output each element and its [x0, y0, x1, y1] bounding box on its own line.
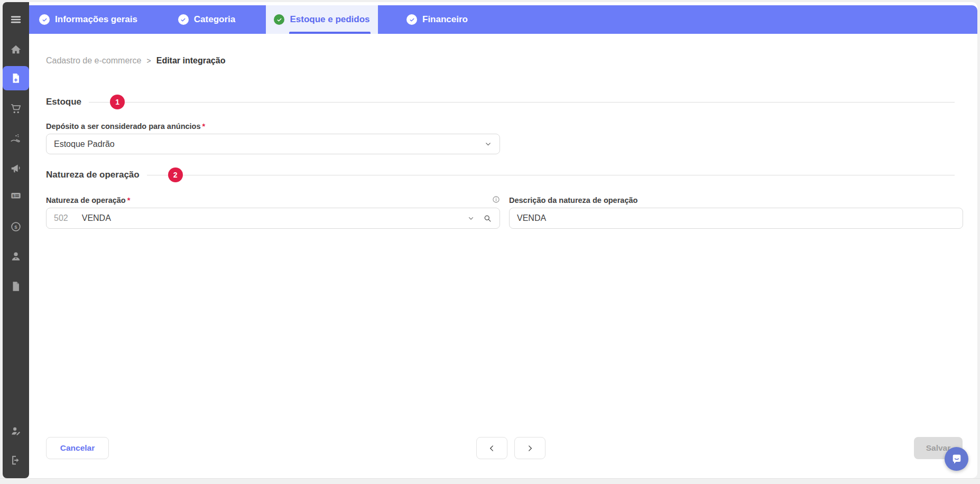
- search-icon[interactable]: [483, 214, 492, 223]
- sidebar-item-relatorios[interactable]: [3, 280, 29, 293]
- document-add-icon: [10, 72, 22, 84]
- logout-icon: [10, 454, 22, 466]
- menu-toggle-button[interactable]: [3, 13, 29, 26]
- chevron-right-icon: [525, 444, 534, 453]
- dollar-coin-icon: $: [10, 221, 22, 232]
- active-tab-underline: [289, 32, 371, 34]
- app-window: Informações gerais Categoria Estoque e p…: [0, 0, 980, 484]
- tab-label: Informações gerais: [55, 14, 137, 25]
- natureza-label: Natureza de operação*: [46, 196, 130, 204]
- tab-label: Financeiro: [422, 14, 468, 25]
- check-circle-green-icon: [274, 14, 284, 25]
- breadcrumb: Cadastro de e-commerce > Editar integraç…: [46, 56, 225, 66]
- section-title: Estoque: [46, 97, 81, 107]
- sidebar-item-cadastros-active[interactable]: [3, 66, 29, 90]
- tab-estoque-e-pedidos[interactable]: Estoque e pedidos: [266, 5, 378, 34]
- deposito-select-value: Estoque Padrão: [54, 139, 115, 149]
- natureza-value: VENDA: [82, 213, 111, 223]
- check-circle-icon: [406, 14, 417, 25]
- required-asterisk: *: [202, 122, 206, 131]
- section-header-natureza: Natureza de operação 2: [46, 167, 955, 183]
- section-divider: 2: [147, 175, 955, 175]
- person-icon: [10, 250, 22, 262]
- deposito-label: Depósito a ser considerado para anúncios…: [46, 122, 205, 131]
- sidebar-item-recebimentos[interactable]: [3, 132, 29, 145]
- descricao-label: Descrição da natureza de operação: [509, 196, 637, 204]
- chat-bubble-icon: [950, 453, 963, 466]
- section-divider: 1: [89, 102, 955, 103]
- deposito-select[interactable]: Estoque Padrão: [46, 134, 500, 154]
- hamburger-icon: [10, 14, 22, 25]
- sidebar-item-home[interactable]: [3, 43, 29, 56]
- sidebar-item-financeiro[interactable]: $: [3, 220, 29, 233]
- required-asterisk: *: [127, 196, 131, 204]
- step-badge-2: 2: [168, 167, 183, 182]
- wizard-tab-bar: Informações gerais Categoria Estoque e p…: [29, 5, 977, 34]
- bill-icon: $: [10, 190, 22, 201]
- chevron-left-icon: [487, 444, 496, 453]
- chevron-down-icon[interactable]: [484, 140, 492, 148]
- natureza-combobox[interactable]: 502 VENDA: [46, 208, 500, 229]
- document-icon: [10, 281, 22, 292]
- chevron-down-icon[interactable]: [467, 215, 475, 222]
- person-edit-icon: [10, 425, 22, 437]
- sidebar: $ $: [3, 2, 29, 478]
- bottom-edge-strip: [0, 478, 980, 484]
- tab-label: Estoque e pedidos: [290, 14, 369, 25]
- descricao-value: VENDA: [517, 213, 546, 223]
- breadcrumb-current: Editar integração: [156, 56, 226, 66]
- sidebar-item-notas[interactable]: $: [3, 189, 29, 202]
- descricao-input[interactable]: VENDA: [509, 208, 963, 229]
- cancel-button[interactable]: Cancelar: [46, 437, 109, 459]
- breadcrumb-parent-link[interactable]: Cadastro de e-commerce: [46, 56, 142, 66]
- hand-coins-icon: [10, 133, 22, 144]
- info-icon[interactable]: [491, 194, 501, 204]
- section-header-estoque: Estoque 1: [46, 94, 955, 110]
- sidebar-item-perfil[interactable]: [3, 425, 29, 438]
- section-title: Natureza de operação: [46, 170, 140, 180]
- shopping-cart-icon: [10, 103, 22, 115]
- previous-step-button[interactable]: [476, 437, 507, 459]
- step-badge-1: 1: [110, 95, 125, 109]
- tab-categoria[interactable]: Categoria: [147, 5, 266, 34]
- home-icon: [10, 44, 22, 55]
- check-circle-icon: [178, 14, 189, 25]
- content-card: [3, 2, 977, 478]
- breadcrumb-separator: >: [147, 57, 151, 65]
- sidebar-item-logout[interactable]: [3, 454, 29, 467]
- tab-label: Categoria: [194, 14, 235, 25]
- tab-informacoes-gerais[interactable]: Informações gerais: [29, 5, 147, 34]
- next-step-button[interactable]: [514, 437, 546, 459]
- svg-text:$: $: [14, 224, 17, 230]
- sidebar-item-clientes[interactable]: [3, 250, 29, 263]
- sidebar-item-marketing[interactable]: [3, 162, 29, 174]
- natureza-code: 502: [54, 213, 68, 223]
- svg-text:$: $: [12, 193, 15, 198]
- sidebar-item-vendas[interactable]: [3, 103, 29, 115]
- check-circle-icon: [39, 14, 50, 25]
- tab-financeiro[interactable]: Financeiro: [378, 5, 496, 34]
- megaphone-icon: [10, 162, 22, 174]
- chat-launcher-button[interactable]: [945, 447, 968, 471]
